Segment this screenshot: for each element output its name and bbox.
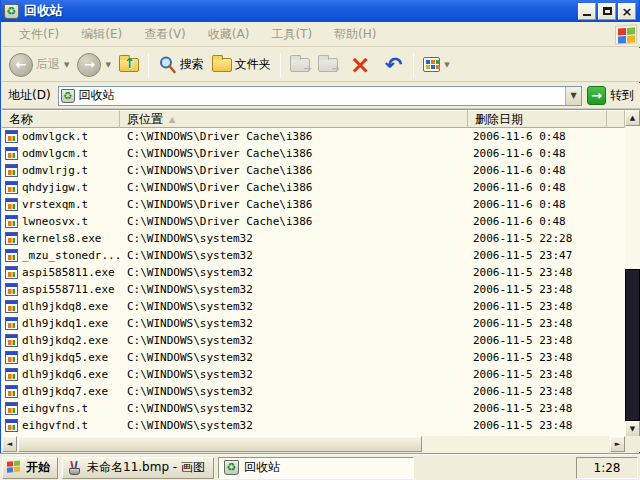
- file-row[interactable]: odmvlrjg.t C:\WINDOWS\Driver Cache\i386 …: [2, 162, 625, 179]
- file-location: C:\WINDOWS\system32: [120, 266, 468, 279]
- copy-to-button[interactable]: ➔: [315, 56, 341, 74]
- search-button[interactable]: 搜索: [155, 53, 207, 76]
- forward-button[interactable]: → ▼: [74, 51, 113, 79]
- address-combobox[interactable]: ♻ 回收站 ▼: [58, 86, 582, 106]
- file-name-cell: kernels8.exe: [2, 232, 120, 245]
- flag-pane: [7, 461, 13, 467]
- menu-item[interactable]: 查看(V): [133, 23, 197, 46]
- address-value[interactable]: 回收站: [79, 87, 561, 104]
- recycle-glyph: ♻: [63, 91, 72, 101]
- folders-icon: [212, 58, 232, 72]
- file-deleted-date: 2006-11-6 0:48: [468, 147, 625, 160]
- close-button[interactable]: ×: [618, 3, 636, 20]
- minimize-button[interactable]: [578, 3, 596, 20]
- file-row[interactable]: kernels8.exe C:\WINDOWS\system32 2006-11…: [2, 230, 625, 247]
- file-location: C:\WINDOWS\system32: [120, 283, 468, 296]
- go-button[interactable]: → 转到: [587, 86, 636, 105]
- horizontal-scrollbar[interactable]: ◄ ►: [2, 436, 625, 452]
- file-row[interactable]: vrstexqm.t C:\WINDOWS\Driver Cache\i386 …: [2, 196, 625, 213]
- column-label: 名称: [9, 111, 33, 128]
- scroll-up-button[interactable]: ▲: [625, 110, 640, 126]
- file-deleted-date: 2006-11-5 23:48: [468, 266, 625, 279]
- back-dropdown-icon[interactable]: ▼: [64, 61, 69, 69]
- file-location: C:\WINDOWS\system32: [120, 232, 468, 245]
- scroll-left-button[interactable]: ◄: [2, 436, 17, 452]
- file-location: C:\WINDOWS\Driver Cache\i386: [120, 181, 468, 194]
- delete-button[interactable]: ×: [343, 52, 378, 78]
- start-button[interactable]: 开始: [2, 457, 58, 479]
- vertical-scrollbar-thumb[interactable]: [625, 269, 640, 421]
- file-row[interactable]: qhdyjigw.t C:\WINDOWS\Driver Cache\i386 …: [2, 179, 625, 196]
- column-header-location[interactable]: 原位置▲: [120, 110, 468, 128]
- title-bar[interactable]: ♻ 回收站 ×: [1, 0, 639, 22]
- menu-item[interactable]: 帮助(H): [323, 23, 387, 46]
- menu-item[interactable]: 工具(T): [260, 23, 323, 46]
- column-label: 原位置: [127, 111, 163, 128]
- file-location: C:\WINDOWS\Driver Cache\i386: [120, 130, 468, 143]
- horizontal-scrollbar-thumb[interactable]: [18, 436, 422, 452]
- views-dropdown-icon[interactable]: ▼: [444, 61, 449, 69]
- logo-pane: [627, 35, 635, 43]
- flag-pane: [7, 467, 13, 473]
- forward-icon: →: [77, 53, 101, 77]
- file-row[interactable]: dlh9jkdq1.exe C:\WINDOWS\system32 2006-1…: [2, 315, 625, 332]
- scrollbar-corner: [625, 436, 640, 452]
- logo-pane: [618, 36, 626, 44]
- file-icon: [5, 334, 18, 347]
- copy-to-icon: ➔: [318, 58, 338, 72]
- address-dropdown-button[interactable]: ▼: [565, 87, 581, 105]
- file-name-cell: eihgvfns.t: [2, 402, 120, 415]
- file-row[interactable]: dlh9jkdq8.exe C:\WINDOWS\system32 2006-1…: [2, 298, 625, 315]
- file-name-cell: dlh9jkdq5.exe: [2, 351, 120, 364]
- file-row[interactable]: odmvlgcm.t C:\WINDOWS\Driver Cache\i386 …: [2, 145, 625, 162]
- menu-item[interactable]: 文件(F): [8, 23, 70, 46]
- file-row[interactable]: eihgvfns.t C:\WINDOWS\system32 2006-11-5…: [2, 400, 625, 417]
- forward-dropdown-icon[interactable]: ▼: [105, 61, 110, 69]
- clock[interactable]: 1:28: [594, 461, 621, 475]
- file-icon: [5, 215, 18, 228]
- scroll-right-button[interactable]: ►: [610, 436, 625, 452]
- file-icon: [5, 283, 18, 296]
- folders-button[interactable]: 文件夹: [209, 54, 274, 75]
- views-dot: [436, 65, 440, 69]
- task-button-paint[interactable]: 未命名11.bmp - 画图: [62, 457, 214, 479]
- file-row[interactable]: lwneosvx.t C:\WINDOWS\Driver Cache\i386 …: [2, 213, 625, 230]
- menu-item[interactable]: 编辑(E): [70, 23, 133, 46]
- file-row[interactable]: odmvlgck.t C:\WINDOWS\Driver Cache\i386 …: [2, 128, 625, 145]
- column-header-deleted[interactable]: 删除日期: [468, 110, 607, 128]
- views-button[interactable]: ▼: [420, 55, 452, 74]
- file-name: eihgvfnd.t: [22, 419, 88, 432]
- scroll-down-button[interactable]: ▼: [625, 421, 640, 437]
- file-location: C:\WINDOWS\system32: [120, 351, 468, 364]
- file-icon: [5, 249, 18, 262]
- maximize-button[interactable]: [598, 3, 616, 20]
- scroll-up-icon: ▲: [630, 114, 635, 122]
- file-row[interactable]: dlh9jkdq6.exe C:\WINDOWS\system32 2006-1…: [2, 366, 625, 383]
- move-to-button[interactable]: ➔: [287, 56, 313, 74]
- window-title: 回收站: [24, 2, 576, 20]
- file-name: dlh9jkdq5.exe: [22, 351, 108, 364]
- file-row[interactable]: eihgvfnd.t C:\WINDOWS\system32 2006-11-5…: [2, 417, 625, 434]
- file-row[interactable]: dlh9jkdq7.exe C:\WINDOWS\system32 2006-1…: [2, 383, 625, 400]
- menu-bar: 文件(F) 编辑(E) 查看(V) 收藏(A) 工具(T) 帮助(H): [2, 22, 640, 47]
- up-button[interactable]: ↑: [116, 56, 142, 74]
- file-row[interactable]: dlh9jkdq5.exe C:\WINDOWS\system32 2006-1…: [2, 349, 625, 366]
- vertical-scrollbar[interactable]: ▲ ▼: [625, 110, 640, 437]
- file-deleted-date: 2006-11-5 23:48: [468, 419, 625, 432]
- menu-item[interactable]: 收藏(A): [197, 23, 261, 46]
- file-row[interactable]: aspi558711.exe C:\WINDOWS\system32 2006-…: [2, 281, 625, 298]
- file-location: C:\WINDOWS\system32: [120, 300, 468, 313]
- file-row[interactable]: _mzu_stonedr... C:\WINDOWS\system32 2006…: [2, 247, 625, 264]
- undo-button[interactable]: ↶: [380, 52, 408, 78]
- file-row[interactable]: aspi585811.exe C:\WINDOWS\system32 2006-…: [2, 264, 625, 281]
- column-label: 删除日期: [475, 111, 523, 128]
- file-name: dlh9jkdq7.exe: [22, 385, 108, 398]
- back-button[interactable]: ← 后退 ▼: [6, 51, 72, 79]
- folders-label: 文件夹: [235, 56, 271, 73]
- column-header-name[interactable]: 名称: [2, 110, 120, 128]
- file-row[interactable]: dlh9jkdq2.exe C:\WINDOWS\system32 2006-1…: [2, 332, 625, 349]
- task-button-recycle-bin[interactable]: ♻ 回收站: [218, 457, 414, 479]
- move-to-icon: ➔: [290, 58, 310, 72]
- file-deleted-date: 2006-11-5 23:48: [468, 317, 625, 330]
- file-location: C:\WINDOWS\system32: [120, 385, 468, 398]
